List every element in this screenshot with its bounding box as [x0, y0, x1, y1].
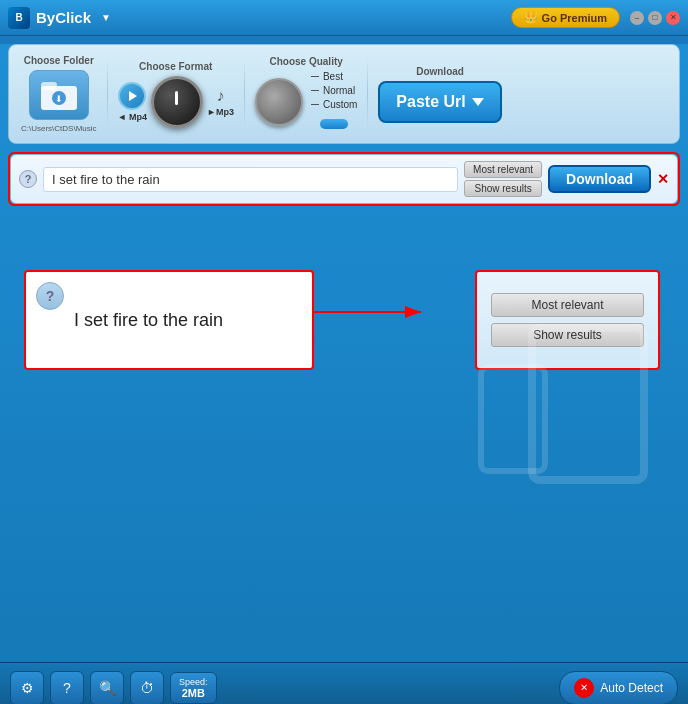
- premium-icon: 👑: [524, 11, 538, 24]
- annotation-search-text: I set fire to the rain: [74, 310, 223, 331]
- auto-detect-button[interactable]: ✕ Auto Detect: [559, 671, 678, 705]
- arrow-right-annotation: [313, 302, 433, 326]
- annotation-most-relevant[interactable]: Most relevant: [491, 293, 644, 317]
- folder-path: C:\Users\CtDS\Music: [21, 124, 97, 133]
- download-main-button[interactable]: Download: [548, 165, 651, 193]
- mp3-label: ►Mp3: [207, 107, 234, 117]
- auto-detect-label: Auto Detect: [600, 681, 663, 695]
- choose-quality-label: Choose Quality: [269, 56, 342, 67]
- play-triangle: [129, 91, 137, 101]
- choose-folder-label: Choose Folder: [24, 55, 94, 66]
- title-bar: B ByClick ▼ 👑 Go Premium – □ ✕: [0, 0, 688, 36]
- annotation-question-icon: ?: [36, 282, 64, 310]
- go-premium-button[interactable]: 👑 Go Premium: [511, 7, 620, 28]
- choose-folder-section: Choose Folder ⬇ C:\Users\CtDS\Music: [21, 55, 97, 133]
- paste-url-button[interactable]: Paste Url: [378, 81, 501, 123]
- quality-knob[interactable]: [255, 78, 303, 126]
- main-content: Choose Folder ⬇ C:\Users\CtDS\Music Choo…: [0, 44, 688, 704]
- close-search-icon[interactable]: ✕: [657, 171, 669, 187]
- help-button[interactable]: ?: [50, 671, 84, 705]
- mp4-label: ◄ Mp4: [118, 112, 147, 122]
- download-label: Download: [416, 66, 464, 77]
- divider-1: [107, 59, 108, 129]
- top-panel: Choose Folder ⬇ C:\Users\CtDS\Music Choo…: [8, 44, 680, 144]
- svg-rect-1: [41, 82, 57, 90]
- knob-indicator: [175, 91, 178, 105]
- format-controls: ◄ Mp4 ♪ ►Mp3: [118, 76, 234, 128]
- choose-quality-section: Choose Quality Best Normal: [255, 56, 357, 133]
- maximize-button[interactable]: □: [648, 11, 662, 25]
- quality-normal: Normal: [311, 85, 357, 96]
- quality-options: Best Normal Custom: [311, 71, 357, 133]
- play-circle-icon[interactable]: [118, 82, 146, 110]
- search-button[interactable]: 🔍: [90, 671, 124, 705]
- divider-3: [367, 59, 368, 129]
- bottom-bar: ⚙ ? 🔍 ⏱ Speed: 2MB ✕ Auto Detect: [0, 662, 688, 704]
- speed-label: Speed:: [179, 677, 208, 687]
- download-section: Download Paste Url: [378, 66, 501, 123]
- folder-svg: ⬇: [41, 80, 77, 110]
- most-relevant-button[interactable]: Most relevant: [464, 161, 542, 178]
- quality-knob-wrap: [255, 78, 303, 126]
- quality-custom: Custom: [311, 99, 357, 110]
- logo-icon: B: [8, 7, 30, 29]
- deco-phone: [478, 364, 548, 474]
- choose-format-label: Choose Format: [139, 61, 212, 72]
- search-bar: ? Most relevant Show results Download ✕: [10, 154, 678, 204]
- divider-2: [244, 59, 245, 129]
- svg-text:⬇: ⬇: [55, 94, 63, 104]
- paste-url-label: Paste Url: [396, 93, 465, 111]
- speed-value: 2MB: [179, 687, 208, 699]
- quality-slider[interactable]: [320, 119, 348, 129]
- quality-controls: Best Normal Custom: [255, 71, 357, 133]
- arrow-svg: [313, 302, 433, 322]
- quality-best: Best: [311, 71, 357, 82]
- search-icon: 🔍: [99, 680, 116, 696]
- timer-icon: ⏱: [140, 680, 154, 696]
- settings-icon: ⚙: [21, 680, 34, 696]
- search-input[interactable]: [43, 167, 458, 192]
- music-note-icon: ♪: [216, 87, 224, 105]
- window-controls: – □ ✕: [630, 11, 680, 25]
- logo-text: ByClick: [36, 9, 91, 26]
- minimize-button[interactable]: –: [630, 11, 644, 25]
- search-buttons: Most relevant Show results: [464, 161, 542, 197]
- app-logo: B ByClick ▼: [8, 7, 111, 29]
- search-area-outline: ? Most relevant Show results Download ✕: [8, 152, 680, 206]
- choose-format-section: Choose Format ◄ Mp4 ♪ ►Mp3: [118, 61, 234, 128]
- timer-button[interactable]: ⏱: [130, 671, 164, 705]
- arrow-down-icon: [472, 98, 484, 106]
- annotation-left-box: ? I set fire to the rain: [24, 270, 314, 370]
- speed-badge: Speed: 2MB: [170, 672, 217, 704]
- settings-button[interactable]: ⚙: [10, 671, 44, 705]
- folder-icon[interactable]: ⬇: [29, 70, 89, 120]
- show-results-button[interactable]: Show results: [464, 180, 542, 197]
- search-help-icon: ?: [19, 170, 37, 188]
- auto-detect-icon: ✕: [574, 678, 594, 698]
- dropdown-icon[interactable]: ▼: [101, 12, 111, 23]
- close-button[interactable]: ✕: [666, 11, 680, 25]
- help-icon: ?: [63, 680, 71, 696]
- format-knob[interactable]: [151, 76, 203, 128]
